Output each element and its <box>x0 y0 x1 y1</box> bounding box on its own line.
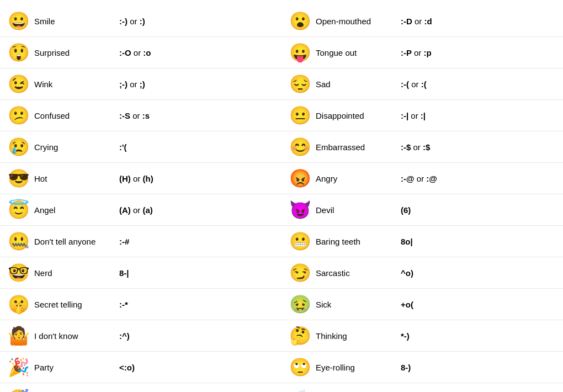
emoji-icon: 🤔 <box>288 324 312 348</box>
emoji-code: 8o| <box>401 237 456 246</box>
emoji-icon: 😊 <box>288 135 312 159</box>
emoji-row: 😬 Baring teeth 8o| <box>282 226 563 257</box>
emoji-icon: 🤓 <box>7 261 31 285</box>
emoji-code: :-| or :| <box>401 111 456 120</box>
emoji-code: :-P or :p <box>401 48 456 57</box>
emoji-row: 😡 Angry :-@ or :@ <box>282 163 563 194</box>
emoji-row: 🎉 Party <:o) <box>0 352 282 383</box>
emoji-row: 😛 Tongue out :-P or :p <box>282 37 563 68</box>
emoji-row: 🤢 Sick +o( <box>282 289 563 320</box>
emoji-row: 😕 Confused :-S or :s <box>0 100 282 131</box>
emoji-name: I don't know <box>31 331 119 341</box>
emoji-code: 8-| <box>119 268 174 278</box>
emoji-code: +o( <box>401 300 456 309</box>
emoji-row: 🤐 Don't tell anyone :-# <box>0 226 282 257</box>
emoji-code: (6) <box>401 205 456 215</box>
emoji-icon: 😀 <box>7 9 31 33</box>
emoji-row: 😀 Smile :-) or :) <box>0 6 282 37</box>
emoji-icon: 😬 <box>288 229 312 253</box>
emoji-icon: 😇 <box>7 198 31 222</box>
emoji-icon: 🤐 <box>7 229 31 253</box>
emoji-code: :-* <box>119 300 174 309</box>
emoji-row: 😴 Sleepy |-) <box>0 383 282 392</box>
emoji-name: Embarrassed <box>312 142 401 152</box>
emoji-row: 😇 Angel (A) or (a) <box>0 194 282 226</box>
emoji-icon: 🤢 <box>288 292 312 316</box>
emoji-code: :-D or :d <box>401 17 456 26</box>
emoji-name: Hot <box>31 174 119 183</box>
emoji-row: 😏 Sarcastic ^o) <box>282 257 563 289</box>
emoji-code: ;-) or ;) <box>119 80 174 89</box>
emoji-icon: 😏 <box>288 261 312 285</box>
emoji-name: Tongue out <box>312 48 401 57</box>
emoji-code: :-( or :( <box>401 80 456 89</box>
emoji-name: Smile <box>31 17 119 26</box>
emoji-name: Crying <box>31 142 119 152</box>
emoji-name: Thinking <box>312 331 401 341</box>
emoji-code: :-S or :s <box>119 111 174 120</box>
emoji-name: Eye-rolling <box>312 363 401 372</box>
emoji-name: Surprised <box>31 48 119 57</box>
emoji-icon: 😮 <box>288 9 312 33</box>
emoji-code: :-) or :) <box>119 17 174 26</box>
emoji-row: 😢 Crying :'( <box>0 131 282 163</box>
emoji-code: (A) or (a) <box>119 205 174 215</box>
emoji-icon: 😡 <box>288 166 312 190</box>
emoji-name: Open-mouthed <box>312 17 401 26</box>
emoji-code: (H) or (h) <box>119 174 174 183</box>
emoji-icon: 😈 <box>288 198 312 222</box>
emoji-name: Disappointed <box>312 111 401 120</box>
emoji-name: Nerd <box>31 268 119 278</box>
emoji-code: <:o) <box>119 363 174 372</box>
emoji-row: 🤓 Nerd 8-| <box>0 257 282 289</box>
emoji-row: 😊 Embarrassed :-$ or :$ <box>282 131 563 163</box>
emoji-name: Don't tell anyone <box>31 237 119 246</box>
emoji-code: ^o) <box>401 268 456 278</box>
emoji-code: :-@ or :@ <box>401 174 456 183</box>
emoji-name: Sarcastic <box>312 268 401 278</box>
emoji-row: 😈 Devil (6) <box>282 194 563 226</box>
emoji-name: Wink <box>31 80 119 89</box>
emoji-code: 8-) <box>401 363 456 372</box>
emoji-name: Devil <box>312 205 401 215</box>
emoji-icon: 😲 <box>7 40 31 65</box>
emoji-row: 😮 Open-mouthed :-D or :d <box>282 6 563 37</box>
emoji-icon: 😉 <box>7 72 31 96</box>
emoji-icon: 😢 <box>7 135 31 159</box>
emoji-icon: 😕 <box>7 103 31 128</box>
emoji-row: ☕ Coffee cup (C) or (c) <box>282 383 563 392</box>
emoji-name: Secret telling <box>31 300 119 309</box>
emoji-code: :-$ or :$ <box>401 142 456 152</box>
emoji-icon: 😐 <box>288 103 312 128</box>
emoji-name: Party <box>31 363 119 372</box>
emoji-table: 😀 Smile :-) or :) 😮 Open-mouthed :-D or … <box>0 6 563 392</box>
emoji-code: :-# <box>119 237 174 246</box>
emoji-name: Angel <box>31 205 119 215</box>
emoji-code: *-) <box>401 331 456 341</box>
emoji-row: 😐 Disappointed :-| or :| <box>282 100 563 131</box>
emoji-code: :'( <box>119 142 174 152</box>
emoji-code: :^) <box>119 331 174 341</box>
emoji-row: 😉 Wink ;-) or ;) <box>0 68 282 100</box>
emoji-icon: 🎉 <box>7 355 31 379</box>
emoji-row: 🤔 Thinking *-) <box>282 320 563 352</box>
emoji-row: 🙄 Eye-rolling 8-) <box>282 352 563 383</box>
emoji-row: 🤫 Secret telling :-* <box>0 289 282 320</box>
emoji-icon: 😴 <box>7 386 31 392</box>
emoji-row: 😔 Sad :-( or :( <box>282 68 563 100</box>
emoji-code: :-O or :o <box>119 48 174 57</box>
emoji-icon: 😎 <box>7 166 31 190</box>
emoji-icon: 😔 <box>288 72 312 96</box>
emoji-name: Sick <box>312 300 401 309</box>
emoji-icon: ☕ <box>288 386 312 392</box>
emoji-name: Baring teeth <box>312 237 401 246</box>
emoji-row: 😲 Surprised :-O or :o <box>0 37 282 68</box>
emoji-icon: 😛 <box>288 40 312 65</box>
emoji-icon: 🙄 <box>288 355 312 379</box>
emoji-icon: 🤷 <box>7 324 31 348</box>
emoji-row: 😎 Hot (H) or (h) <box>0 163 282 194</box>
emoji-name: Sad <box>312 80 401 89</box>
emoji-row: 🤷 I don't know :^) <box>0 320 282 352</box>
emoji-name: Confused <box>31 111 119 120</box>
emoji-icon: 🤫 <box>7 292 31 316</box>
